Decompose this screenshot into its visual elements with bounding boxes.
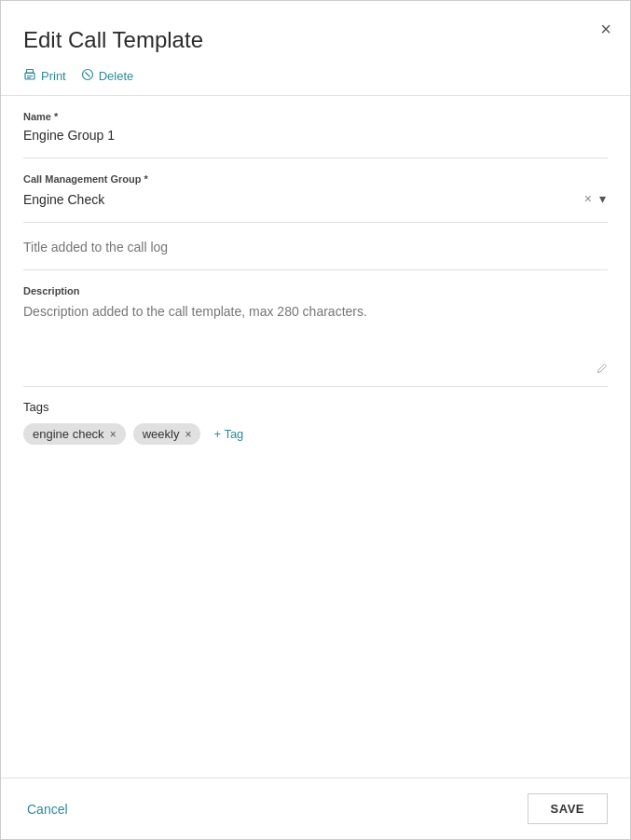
delete-icon bbox=[81, 68, 94, 84]
add-tag-button[interactable]: + Tag bbox=[208, 423, 249, 445]
select-actions: × ▾ bbox=[583, 190, 608, 213]
description-input[interactable] bbox=[23, 300, 608, 375]
tag-remove-weekly[interactable]: × bbox=[185, 429, 191, 440]
tags-row: engine check × weekly × + Tag bbox=[23, 423, 608, 445]
name-field-group: Name * bbox=[23, 96, 608, 158]
modal-title: Edit Call Template bbox=[23, 27, 608, 53]
tag-chip-label: weekly bbox=[143, 427, 180, 441]
name-label: Name * bbox=[23, 111, 608, 122]
modal-footer: Cancel SAVE bbox=[1, 778, 630, 839]
edit-icon bbox=[597, 363, 608, 377]
call-management-group-field-group: Call Management Group * Engine Check × ▾ bbox=[23, 158, 608, 223]
tags-label: Tags bbox=[23, 400, 608, 414]
svg-rect-2 bbox=[27, 76, 33, 76]
modal: Edit Call Template × Print De bbox=[0, 0, 631, 840]
call-management-group-value: Engine Check bbox=[23, 188, 583, 214]
delete-label: Delete bbox=[99, 69, 134, 83]
tag-chip-weekly: weekly × bbox=[133, 423, 201, 445]
title-field-group bbox=[23, 223, 608, 270]
delete-button[interactable]: Delete bbox=[81, 68, 134, 84]
select-clear-button[interactable]: × bbox=[583, 190, 594, 207]
svg-line-5 bbox=[85, 73, 89, 77]
print-label: Print bbox=[41, 69, 66, 83]
tags-section: Tags engine check × weekly × + Tag bbox=[23, 387, 608, 456]
cancel-button[interactable]: Cancel bbox=[23, 794, 72, 824]
modal-body: Name * Call Management Group * Engine Ch… bbox=[1, 96, 630, 778]
description-label: Description bbox=[23, 285, 608, 296]
description-wrapper bbox=[23, 300, 608, 379]
description-field-group: Description bbox=[23, 270, 608, 387]
name-input[interactable] bbox=[23, 126, 608, 150]
svg-rect-1 bbox=[27, 70, 34, 74]
tag-chip-label: engine check bbox=[33, 427, 104, 441]
call-management-group-label: Call Management Group * bbox=[23, 173, 608, 185]
save-button[interactable]: SAVE bbox=[528, 793, 608, 824]
print-button[interactable]: Print bbox=[23, 68, 66, 84]
svg-rect-3 bbox=[27, 77, 31, 78]
modal-header: Edit Call Template × bbox=[1, 1, 630, 68]
tag-remove-engine-check[interactable]: × bbox=[110, 429, 117, 440]
close-button[interactable]: × bbox=[597, 16, 615, 42]
print-icon bbox=[23, 68, 36, 84]
title-input[interactable] bbox=[23, 238, 608, 262]
toolbar: Print Delete bbox=[1, 68, 630, 96]
select-dropdown-button[interactable]: ▾ bbox=[597, 190, 608, 207]
call-management-group-select[interactable]: Engine Check × ▾ bbox=[23, 188, 608, 214]
tag-chip-engine-check: engine check × bbox=[23, 423, 126, 445]
